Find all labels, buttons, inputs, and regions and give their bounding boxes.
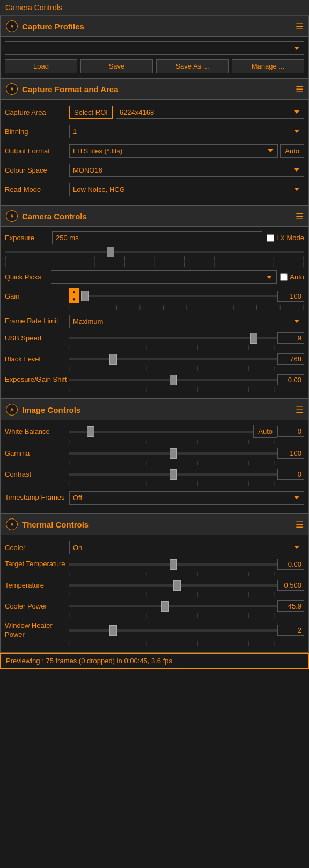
exposure-slider-container: ||||||||||| ||||||||||| [5,247,304,267]
colour-space-row: Colour Space MONO16 [5,162,304,178]
status-text: Previewing : 75 frames (0 dropped) in 0:… [6,657,172,665]
select-roi-button[interactable]: Select ROI [69,106,113,119]
capture-area-select[interactable]: 6224x4168 [116,106,304,119]
gamma-slider[interactable] [69,452,277,455]
temperature-slider[interactable] [69,584,277,587]
capture-profiles-body: Load Save Save As ... Manage ... [1,37,308,78]
capture-area-control: Select ROI 6224x4168 [69,106,304,119]
status-bar: Previewing : 75 frames (0 dropped) in 0:… [0,653,309,669]
quick-picks-select[interactable] [51,270,277,284]
cooler-select[interactable]: On [69,541,304,554]
target-temp-label: Target Temperature [5,560,69,569]
white-balance-value[interactable] [277,426,304,437]
white-balance-auto-button[interactable]: Auto [253,425,277,438]
gain-label: Gain [5,292,69,300]
capture-profiles-collapse[interactable]: ∧ [6,20,18,32]
capture-area-row: Capture Area Select ROI 6224x4168 [5,104,304,120]
exposure-row: Exposure LX Mode [5,231,304,244]
capture-format-collapse[interactable]: ∧ [6,83,18,95]
temperature-label: Temperature [5,581,69,589]
capture-format-section: ∧ Capture Format and Area ☰ Capture Area… [0,78,309,205]
thermal-controls-collapse[interactable]: ∧ [6,518,18,530]
quick-picks-label: Quick Picks [5,273,48,281]
gain-arrows: ▲ ▼ [69,288,79,303]
exposure-gain-shift-label: Exposure/Gain Shift [5,375,69,384]
camera-controls-menu-icon[interactable]: ☰ [296,211,303,221]
usb-speed-slider[interactable] [69,337,277,339]
quick-picks-row: Quick Picks Auto [5,270,304,284]
exposure-slider[interactable] [5,251,304,253]
save-button[interactable]: Save [80,59,153,73]
binning-label: Binning [5,128,69,136]
colour-space-label: Colour Space [5,166,69,174]
binning-select[interactable]: 1 [69,125,304,138]
cooler-power-value[interactable] [277,600,304,612]
target-temp-value[interactable] [277,559,304,570]
save-as-button[interactable]: Save As ... [156,59,229,73]
cooler-label: Cooler [5,544,69,552]
profile-dropdown-row [5,41,304,55]
profile-select[interactable] [5,41,304,55]
thermal-controls-header: ∧ Thermal Controls ☰ [1,514,308,535]
image-controls-menu-icon[interactable]: ☰ [296,405,303,415]
exposure-gain-shift-value[interactable] [277,374,304,385]
gain-down-arrow[interactable]: ▼ [69,296,79,303]
capture-profiles-title: Capture Profiles [22,22,291,31]
camera-controls-collapse[interactable]: ∧ [6,210,18,222]
manage-button[interactable]: Manage ... [232,59,304,73]
read-mode-select[interactable]: Low Noise, HCG [69,183,304,196]
read-mode-label: Read Mode [5,186,69,194]
image-controls-title: Image Controls [22,405,291,414]
contrast-slider[interactable] [69,473,277,476]
white-balance-label: White Balance [5,427,69,435]
load-button[interactable]: Load [5,59,77,73]
capture-format-menu-icon[interactable]: ☰ [296,84,303,94]
gamma-value[interactable] [277,448,304,459]
window-heater-slider[interactable] [69,629,277,632]
gain-up-arrow[interactable]: ▲ [69,288,79,296]
white-balance-slider[interactable] [69,431,253,433]
camera-controls-title: Camera Controls [22,212,291,221]
timestamp-frames-label: Timestamp Frames [5,493,69,502]
binning-row: Binning 1 [5,123,304,139]
gain-value[interactable] [277,291,304,302]
temperature-value[interactable] [277,580,304,591]
target-temp-slider[interactable] [69,563,277,566]
black-level-value[interactable] [277,353,304,365]
read-mode-control: Low Noise, HCG [69,183,304,196]
image-controls-body: White Balance Auto ||||||||| Gamma |||||… [1,420,308,513]
gamma-row: Gamma [5,448,304,459]
lx-mode-checkbox[interactable] [267,234,274,242]
thermal-controls-menu-icon[interactable]: ☰ [296,520,303,530]
usb-speed-label: USB Speed [5,334,69,342]
capture-profiles-menu-icon[interactable]: ☰ [296,21,303,32]
usb-speed-row: USB Speed [5,332,304,344]
quick-picks-auto-checkbox[interactable] [280,273,288,281]
window-heater-power-row: Window Heater Power [5,621,304,640]
contrast-value[interactable] [277,469,304,480]
camera-controls-body: Exposure LX Mode ||||||||||| |||||||||||… [1,227,308,398]
black-level-slider[interactable] [69,358,277,360]
window-heater-value[interactable] [277,625,304,636]
exposure-gain-shift-slider[interactable] [69,379,277,381]
image-controls-section: ∧ Image Controls ☰ White Balance Auto ||… [0,399,309,514]
output-format-label: Output Format [5,147,69,155]
exposure-input[interactable] [52,231,262,244]
timestamp-frames-select[interactable]: Off [69,491,304,505]
output-auto-button[interactable]: Auto [280,144,304,158]
colour-space-select[interactable]: MONO16 [69,164,304,177]
exposure-gain-shift-row: Exposure/Gain Shift [5,374,304,385]
capture-area-label: Capture Area [5,108,69,116]
usb-speed-value[interactable] [277,332,304,344]
frame-rate-select[interactable]: Maximum [69,315,304,328]
lx-mode-label: LX Mode [276,234,304,242]
timestamp-frames-row: Timestamp Frames Off [5,489,304,506]
cooler-power-row: Cooler Power [5,600,304,612]
image-controls-collapse[interactable]: ∧ [6,404,18,416]
output-format-select[interactable]: FITS files (*.fits) [69,144,278,158]
binning-control: 1 [69,125,304,138]
gain-slider[interactable] [81,295,277,297]
output-format-row: Output Format FITS files (*.fits) Auto [5,143,304,159]
cooler-power-slider[interactable] [69,605,277,607]
black-level-label: Black Level [5,355,69,363]
